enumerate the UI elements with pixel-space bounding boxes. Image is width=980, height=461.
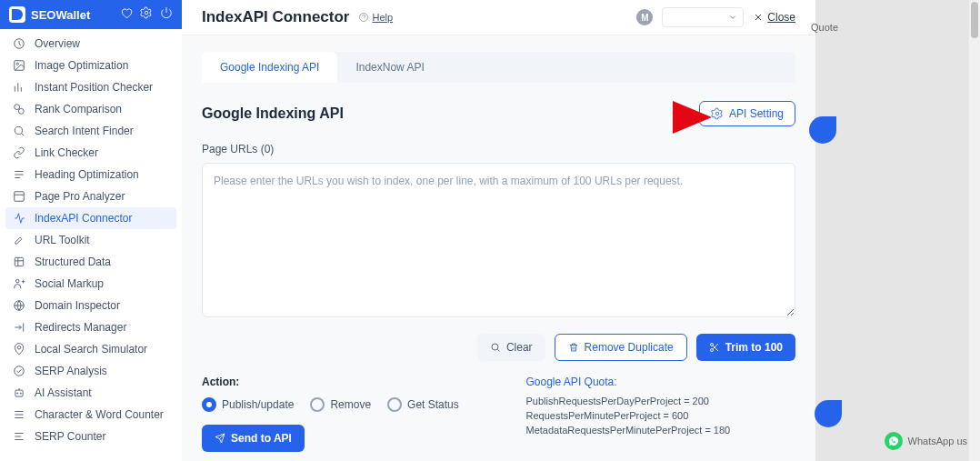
trim-button[interactable]: Trim to 100	[696, 334, 795, 361]
clear-button[interactable]: Clear	[477, 334, 545, 361]
svg-point-14	[17, 393, 18, 394]
svg-rect-13	[15, 390, 23, 396]
gear-icon[interactable]	[140, 6, 153, 23]
sidebar-item-label: IndexAPI Connector	[35, 212, 132, 225]
panel-title: Google Indexing API	[202, 105, 344, 122]
whatsapp-icon	[885, 432, 903, 450]
sidebar-item-label: Page Pro Analyzer	[35, 190, 125, 203]
whatsapp-label: WhatsApp us	[908, 436, 967, 446]
svg-point-9	[16, 279, 20, 283]
sidebar-item-label: URL Toolkit	[35, 234, 90, 246]
svg-point-17	[715, 112, 719, 115]
trim-label: Trim to 100	[725, 341, 783, 354]
sidebar-item-label: SERP Counter	[35, 430, 106, 443]
svg-point-16	[360, 14, 368, 22]
topbar: IndexAPI Connector Help M Close	[182, 0, 815, 35]
sidebar-item-label: Link Checker	[35, 146, 98, 159]
heart-icon[interactable]	[120, 6, 133, 23]
quota-line-1: PublishRequestsPerDayPerProject = 200	[526, 396, 796, 406]
sidebar-item-label: Overview	[35, 37, 80, 50]
sidebar-item-instant-position[interactable]: Instant Position Checker	[0, 76, 182, 98]
main-panel: IndexAPI Connector Help M Close Google I…	[182, 0, 815, 461]
sidebar-item-label: Image Optimization	[35, 59, 128, 72]
avatar[interactable]: M	[636, 9, 653, 25]
sidebar-item-page-pro[interactable]: Page Pro Analyzer	[0, 185, 182, 207]
radio-icon	[387, 397, 402, 412]
brand-logo[interactable]: SEOWallet	[9, 6, 90, 23]
sidebar-item-url-toolkit[interactable]: URL Toolkit	[0, 229, 182, 251]
user-dropdown[interactable]	[662, 7, 744, 27]
svg-point-19	[710, 344, 713, 346]
bg-decoration-1	[809, 116, 836, 144]
sidebar-item-label: AI Assistant	[35, 386, 92, 399]
svg-point-0	[145, 11, 148, 15]
svg-point-5	[18, 108, 24, 114]
help-label: Help	[372, 12, 393, 23]
svg-rect-7	[15, 192, 25, 202]
sidebar-item-label: Search Intent Finder	[35, 125, 134, 137]
sidebar-item-serp-counter[interactable]: SERP Counter	[0, 426, 182, 447]
tab-indexnow[interactable]: IndexNow API	[337, 52, 442, 83]
sidebar-item-label: Instant Position Checker	[35, 81, 153, 94]
arrow-callout-icon	[605, 90, 714, 148]
quota-line-3: MetadataRequestsPerMinutePerProject = 18…	[526, 425, 796, 436]
radio-icon	[310, 397, 325, 412]
quota-title: Google API Quota:	[526, 376, 796, 388]
sidebar-item-redirects-manager[interactable]: Redirects Manager	[0, 316, 182, 338]
sidebar-item-heading-optimization[interactable]: Heading Optimization	[0, 164, 182, 185]
sidebar-item-label: Rank Comparison	[35, 103, 122, 115]
radio-remove[interactable]: Remove	[310, 397, 371, 412]
radio-label: Get Status	[407, 398, 459, 411]
close-button[interactable]: Close	[753, 11, 795, 24]
sidebar-item-label: Structured Data	[35, 256, 111, 268]
background-area: Quote	[815, 0, 980, 461]
bg-quote-text: Quote	[811, 22, 838, 33]
svg-point-12	[15, 366, 25, 376]
remove-duplicate-button[interactable]: Remove Duplicate	[555, 334, 687, 361]
svg-point-11	[17, 346, 21, 350]
sidebar-item-structured-data[interactable]: Structured Data	[0, 251, 182, 273]
scrollbar-thumb[interactable]	[971, 2, 978, 38]
sidebar-item-image-optimization[interactable]: Image Optimization	[0, 55, 182, 76]
sidebar-item-label: SERP Analysis	[35, 365, 107, 377]
sidebar-item-indexapi[interactable]: IndexAPI Connector	[5, 207, 176, 229]
radio-label: Publish/update	[222, 398, 294, 411]
sidebar-item-link-checker[interactable]: Link Checker	[0, 142, 182, 164]
clear-icon	[490, 342, 501, 353]
logo-icon	[9, 6, 25, 23]
sidebar-item-label: Redirects Manager	[35, 321, 126, 334]
sidebar-item-social-markup[interactable]: Social Markup	[0, 273, 182, 295]
radio-get-status[interactable]: Get Status	[387, 397, 459, 412]
close-label: Close	[767, 11, 795, 24]
radio-label: Remove	[330, 398, 371, 411]
help-link[interactable]: Help	[358, 12, 393, 23]
sidebar-item-overview[interactable]: Overview	[0, 33, 182, 55]
clear-label: Clear	[506, 341, 533, 354]
sidebar-item-char-word-counter[interactable]: Character & Word Counter	[0, 404, 182, 426]
urls-textarea[interactable]	[202, 163, 795, 317]
sidebar-item-rank-comparison[interactable]: Rank Comparison	[0, 98, 182, 120]
sidebar-item-local-search[interactable]: Local Search Simulator	[0, 338, 182, 360]
sidebar-item-search-intent[interactable]: Search Intent Finder	[0, 120, 182, 142]
api-setting-label: API Setting	[729, 107, 784, 120]
send-to-api-button[interactable]: Send to API	[202, 425, 305, 452]
radio-publish[interactable]: Publish/update	[202, 397, 294, 412]
whatsapp-widget[interactable]: WhatsApp us	[885, 432, 967, 450]
svg-point-20	[710, 349, 713, 352]
page-title: IndexAPI Connector	[202, 8, 349, 26]
nav-list: Overview Image Optimization Instant Posi…	[0, 29, 182, 451]
tab-google-indexing[interactable]: Google Indexing API	[202, 52, 337, 83]
sidebar-item-domain-inspector[interactable]: Domain Inspector	[0, 295, 182, 316]
send-label: Send to API	[231, 432, 292, 445]
svg-point-18	[492, 344, 498, 350]
close-icon	[753, 12, 764, 23]
send-icon	[215, 433, 225, 444]
quota-line-2: RequestsPerMinutePerProject = 600	[526, 410, 796, 421]
sidebar-item-label: Social Markup	[35, 277, 104, 290]
sidebar-item-serp-analysis[interactable]: SERP Analysis	[0, 360, 182, 382]
svg-point-15	[20, 393, 21, 394]
power-icon[interactable]	[160, 6, 173, 23]
bg-decoration-2	[815, 400, 842, 427]
scrollbar[interactable]	[969, 0, 980, 461]
sidebar-item-ai-assistant[interactable]: AI Assistant	[0, 382, 182, 404]
